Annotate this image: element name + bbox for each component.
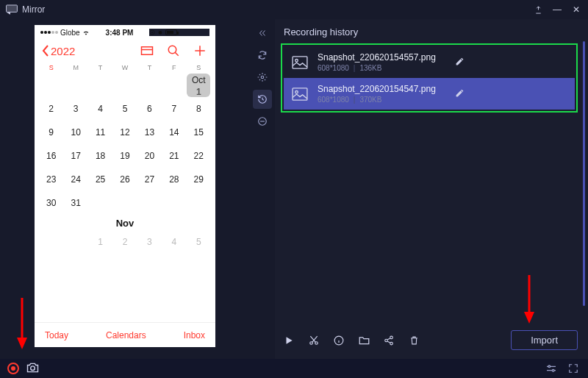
- share-button[interactable]: [381, 332, 397, 349]
- snapshot-button[interactable]: [26, 363, 39, 375]
- cut-button[interactable]: [306, 332, 322, 349]
- remove-button[interactable]: [253, 112, 272, 131]
- calendar-cell[interactable]: 26: [112, 168, 137, 191]
- calendars-button[interactable]: Calendars: [106, 330, 146, 340]
- calendar-cell[interactable]: 4: [88, 97, 112, 121]
- calendar-cell[interactable]: 2: [112, 230, 137, 254]
- month-badge-day: 1: [196, 87, 201, 97]
- device-mirror-pane: Globe 3:48 PM 2022: [0, 19, 250, 359]
- section-title: Recording history: [284, 26, 578, 38]
- october-grid: Oct1234567891011121314151617181920212223…: [35, 74, 215, 215]
- svg-rect-3: [142, 47, 153, 55]
- svg-point-4: [168, 46, 176, 54]
- svg-point-16: [390, 342, 393, 345]
- calendar-cell[interactable]: 12: [112, 121, 137, 144]
- record-button[interactable]: [7, 363, 19, 374]
- calendar-cell[interactable]: 8: [187, 97, 211, 121]
- calendar-cell[interactable]: 10: [63, 121, 87, 144]
- recording-item[interactable]: Snapshot_220620154547.png 608*1080|370KB: [284, 78, 575, 110]
- calendar-cell[interactable]: 18: [88, 144, 112, 168]
- svg-point-10: [295, 90, 298, 93]
- recording-item[interactable]: Snapshot_220620154557.png 608*1080|136KB: [284, 46, 575, 78]
- clock-label: 3:48 PM: [90, 29, 150, 37]
- calendar-cell[interactable]: 4: [162, 230, 186, 254]
- file-res: 608*1080: [318, 96, 349, 104]
- calendar-cell[interactable]: 25: [88, 168, 112, 191]
- info-button[interactable]: [331, 332, 347, 349]
- weekday-row: S M T W T F S: [35, 62, 215, 74]
- calendar-cell[interactable]: 17: [63, 144, 87, 168]
- calendar-cell[interactable]: 30: [39, 191, 63, 215]
- app-logo-icon: [6, 4, 18, 15]
- calendar-cell[interactable]: 15: [187, 121, 211, 144]
- calendar-cell[interactable]: 11: [88, 121, 112, 144]
- calendar-cell[interactable]: 14: [162, 121, 186, 144]
- minimize-button[interactable]: —: [551, 4, 563, 15]
- calendar-cell[interactable]: 23: [39, 168, 63, 191]
- dow-tue: T: [88, 62, 112, 74]
- refresh-button[interactable]: [253, 46, 272, 65]
- pin-button[interactable]: [532, 4, 544, 15]
- search-button[interactable]: [165, 43, 182, 59]
- calendar-cell[interactable]: 16: [39, 144, 63, 168]
- folder-button[interactable]: [356, 332, 372, 349]
- calendar-cell[interactable]: 13: [137, 121, 162, 144]
- calendar-cell[interactable]: 20: [137, 144, 162, 168]
- file-size: 370KB: [359, 96, 381, 104]
- play-button[interactable]: [281, 332, 297, 349]
- calendar-cell[interactable]: 19: [112, 144, 137, 168]
- calendar-cell[interactable]: 31: [63, 191, 87, 215]
- calendar-cell[interactable]: Oct1: [187, 74, 211, 97]
- calendar-cell: [88, 74, 112, 97]
- calendar-cell[interactable]: 27: [137, 168, 162, 191]
- svg-point-15: [385, 339, 388, 342]
- fullscreen-button[interactable]: [566, 361, 581, 376]
- dow-sun: S: [39, 62, 63, 74]
- svg-point-2: [159, 31, 162, 35]
- svg-point-19: [552, 369, 554, 371]
- import-button[interactable]: Import: [511, 330, 578, 350]
- calendar-cell[interactable]: 21: [162, 144, 186, 168]
- calendar-cell[interactable]: 5: [112, 97, 137, 121]
- calendar-cell[interactable]: 7: [162, 97, 186, 121]
- add-button[interactable]: [192, 43, 208, 59]
- scrollbar[interactable]: [583, 41, 585, 306]
- list-view-button[interactable]: [139, 43, 155, 59]
- image-icon: [291, 87, 309, 101]
- calendar-cell[interactable]: 28: [162, 168, 186, 191]
- back-year-button[interactable]: 2022: [42, 45, 75, 57]
- settings-button[interactable]: [253, 68, 272, 87]
- today-button[interactable]: Today: [45, 330, 68, 340]
- calendar-cell: [112, 74, 137, 97]
- image-icon: [291, 55, 309, 70]
- delete-button[interactable]: [406, 332, 422, 349]
- calendar-cell[interactable]: 22: [187, 144, 211, 168]
- history-button[interactable]: [253, 90, 272, 109]
- calendar-cell[interactable]: 24: [63, 168, 87, 191]
- alarm-icon: [157, 29, 163, 36]
- side-tools: [250, 19, 275, 359]
- calendar-cell[interactable]: 2: [39, 97, 63, 121]
- calendar-cell: [39, 74, 63, 97]
- dow-thu: T: [137, 62, 162, 74]
- calendar-cell[interactable]: 1: [88, 230, 112, 254]
- collapse-button[interactable]: [253, 24, 272, 43]
- calendar-cell: [137, 74, 162, 97]
- close-button[interactable]: ✕: [570, 4, 582, 15]
- calendar-cell[interactable]: 5: [187, 230, 211, 254]
- rename-icon[interactable]: [455, 88, 465, 100]
- app-title: Mirror: [22, 4, 45, 15]
- november-grid: 12345: [35, 230, 215, 254]
- calendar-bottom-bar: Today Calendars Inbox: [35, 322, 215, 347]
- calendar-cell[interactable]: 6: [137, 97, 162, 121]
- svg-point-18: [548, 365, 551, 368]
- adjust-button[interactable]: [544, 361, 559, 376]
- calendar-cell[interactable]: 3: [137, 230, 162, 254]
- calendar-cell[interactable]: 3: [63, 97, 87, 121]
- calendar-nav: 2022: [35, 40, 215, 62]
- svg-rect-7: [293, 56, 307, 68]
- calendar-cell[interactable]: 9: [39, 121, 63, 144]
- calendar-cell[interactable]: 29: [187, 168, 211, 191]
- inbox-button[interactable]: Inbox: [184, 330, 205, 340]
- rename-icon[interactable]: [455, 57, 465, 68]
